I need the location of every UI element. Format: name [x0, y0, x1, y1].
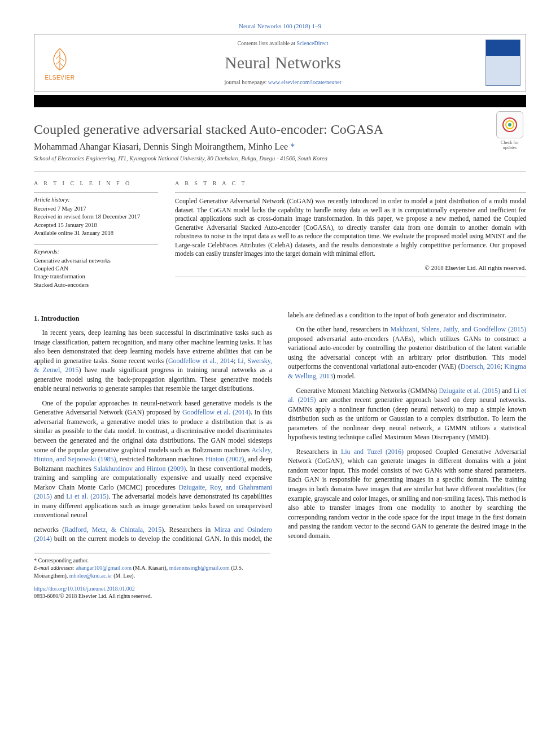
cover-image-placeholder [485, 40, 520, 86]
citation-link[interactable]: Liu and Tuzel (2016) [341, 448, 404, 456]
corresponding-note: * Corresponding author. [34, 557, 270, 565]
contents-prefix: Contents lists available at [237, 40, 296, 46]
divider-bar [34, 95, 526, 107]
citation-link[interactable]: Goodfellow et al., 2014 [168, 357, 234, 365]
journal-homepage-link[interactable]: www.elsevier.com/locate/neunet [268, 79, 342, 85]
journal-header: ELSEVIER Contents lists available at Sci… [34, 34, 526, 91]
history-line: Accepted 15 January 2018 [34, 221, 158, 229]
text-run: and [500, 387, 514, 395]
journal-homepage-line: journal homepage: www.elsevier.com/locat… [90, 79, 476, 85]
abstract-text: Coupled Generative Adversarial Network (… [175, 192, 526, 259]
email-link[interactable]: mdennissingh@gmail.com [169, 565, 230, 571]
email-link[interactable]: ahangar100@gmail.com [76, 565, 132, 571]
citation-link[interactable]: Makhzani, Shlens, Jaitly, and Goodfellow… [391, 325, 526, 333]
abstract-heading: a b s t r a c t [175, 180, 526, 186]
text-run: are another recent generative approach b… [288, 396, 526, 441]
citation-link[interactable]: Hinton (2002) [205, 455, 244, 463]
keyword: Coupled GAN [34, 265, 158, 273]
article-info-heading: a r t i c l e i n f o [34, 180, 158, 186]
history-head: Article history: [34, 196, 158, 204]
paragraph: Generative Moment Matching Networks (GMM… [288, 386, 526, 442]
elsevier-tree-icon [46, 45, 74, 73]
citation-link[interactable]: Goodfellow et al. (2014) [182, 408, 251, 416]
keyword: Generative adversarial networks [34, 257, 158, 265]
text-run: ; [234, 357, 238, 365]
paragraph: In recent years, deep learning has been … [34, 328, 272, 394]
history-line: Available online 31 January 2018 [34, 229, 158, 237]
publisher-brand-text: ELSEVIER [45, 75, 75, 81]
text-run: Generative Moment Matching Networks (GMM… [296, 387, 439, 395]
text-run: proposed Coupled Generative Adversarial … [288, 448, 526, 540]
email-name: (M.A. Kiasari), [132, 565, 169, 571]
text-run: Researchers in [296, 448, 341, 456]
email-name: (M. Lee). [112, 573, 135, 579]
author-list: Mohammad Ahangar Kiasari, Dennis Singh M… [34, 142, 526, 152]
email-line: E-mail addresses: ahangar100@gmail.com (… [34, 564, 270, 579]
doi-block: https://doi.org/10.1016/j.neunet.2018.01… [34, 585, 526, 600]
sciencedirect-link[interactable]: ScienceDirect [296, 40, 328, 46]
journal-reference: Neural Networks 100 (2018) 1–9 [34, 23, 526, 29]
keywords-head: Keywords: [34, 248, 158, 256]
text-run: networks ( [34, 526, 64, 534]
homepage-prefix: journal homepage: [224, 79, 268, 85]
keyword: Stacked Auto-encoders [34, 281, 158, 289]
doi-link[interactable]: https://doi.org/10.1016/j.neunet.2018.01… [34, 586, 135, 592]
history-line: Received in revised form 18 December 201… [34, 213, 158, 221]
emails-label: E-mail addresses: [34, 565, 75, 571]
history-line: Received 7 May 2017 [34, 205, 158, 213]
article-info-panel: a r t i c l e i n f o Article history: R… [34, 180, 158, 296]
citation-link[interactable]: Radford, Metz, & Chintala, 2015 [64, 526, 161, 534]
text-run: ) model. [333, 372, 356, 380]
text-run: ). Researchers in [161, 526, 214, 534]
text-run: , restricted Boltzmann machines [116, 455, 205, 463]
citation-link[interactable]: Li et al. (2015) [66, 492, 108, 500]
journal-cover-thumbnail [480, 34, 526, 91]
issn-copyright: 0893-6080/© 2018 Elsevier Ltd. All right… [34, 593, 152, 599]
article-body: 1. Introduction In recent years, deep le… [34, 311, 526, 545]
contents-available-line: Contents lists available at ScienceDirec… [90, 40, 476, 46]
authors-text: Mohammad Ahangar Kiasari, Dennis Singh M… [34, 142, 288, 151]
crossmark-badge[interactable]: Check for updates [493, 111, 526, 150]
crossmark-icon [501, 116, 518, 133]
crossmark-label: Check for updates [501, 140, 519, 150]
paragraph: Researchers in Liu and Tuzel (2016) prop… [288, 447, 526, 540]
keywords-block: Keywords: Generative adversarial network… [34, 244, 158, 289]
publisher-logo: ELSEVIER [34, 34, 85, 91]
abstract-copyright: © 2018 Elsevier Ltd. All rights reserved… [175, 264, 526, 277]
keyword: Image transformation [34, 273, 158, 281]
corresponding-marker[interactable]: * [290, 142, 295, 151]
svg-point-3 [508, 123, 511, 126]
article-history: Article history: Received 7 May 2017 Rec… [34, 192, 158, 237]
paragraph: On the other hand, researchers in Makhza… [288, 325, 526, 381]
journal-title: Neural Networks [90, 53, 476, 72]
text-run: On the other hand, researchers in [296, 325, 390, 333]
footnotes: * Corresponding author. E-mail addresses… [34, 553, 270, 580]
abstract-panel: a b s t r a c t Coupled Generative Adver… [175, 180, 526, 296]
section-heading: 1. Introduction [34, 314, 272, 324]
citation-link[interactable]: Doersch, 2016 [461, 362, 501, 370]
citation-link[interactable]: Dziugaite et al. (2015) [439, 387, 500, 395]
affiliation: School of Electronics Engineering, IT1, … [34, 155, 526, 161]
paragraph: One of the popular approaches in neural-… [34, 399, 272, 520]
text-run: and [52, 492, 66, 500]
article-title: Coupled generative adversarial stacked A… [34, 122, 526, 137]
citation-link[interactable]: Salakhutdinov and Hinton (2009) [94, 465, 186, 473]
email-link[interactable]: mholee@knu.ac.kr [69, 573, 112, 579]
